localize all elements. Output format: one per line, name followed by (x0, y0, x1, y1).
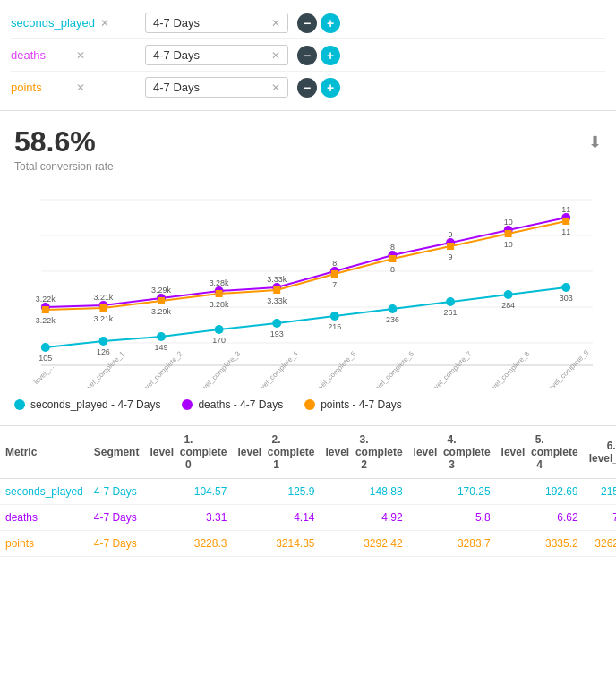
svg-text:215: 215 (328, 322, 341, 331)
row-val-points-4: 3283.7 (408, 531, 496, 557)
legend-item-points: points - 4-7 Days (304, 398, 402, 411)
filter-clear-points[interactable]: ✕ (76, 81, 136, 94)
svg-text:303: 303 (560, 294, 573, 303)
svg-text:261: 261 (444, 308, 458, 317)
filter-range-seconds: 4-7 Days ✕ (145, 13, 288, 33)
row-val-deaths-5: 6.62 (496, 505, 584, 531)
svg-point-8 (215, 325, 224, 334)
row-val-seconds-2: 125.9 (232, 479, 320, 505)
legend-item-deaths: deaths - 4-7 Days (182, 398, 283, 411)
table-row: deaths 4-7 Days 3.31 4.14 4.92 5.8 6.62 … (0, 505, 616, 531)
filter-plus-points[interactable]: + (321, 78, 340, 98)
filter-clear-deaths[interactable]: ✕ (76, 49, 136, 62)
svg-text:3.22k: 3.22k (36, 316, 56, 325)
table-body: seconds_played 4-7 Days 104.57 125.9 148… (0, 479, 616, 557)
filter-plus-deaths[interactable]: + (321, 46, 340, 65)
filter-range-deaths-text: 4-7 Days (153, 48, 200, 62)
svg-text:236: 236 (386, 315, 399, 324)
row-val-seconds-4: 170.25 (408, 479, 496, 505)
svg-text:3.29k: 3.29k (151, 286, 171, 295)
filter-controls-points: − + (297, 78, 340, 98)
filter-range-clear-points[interactable]: ✕ (271, 81, 280, 94)
table-header-row: Metric Segment 1.level_complete0 2.level… (0, 426, 616, 479)
svg-point-9 (272, 319, 281, 328)
row-metric-deaths: deaths (0, 505, 89, 531)
row-val-deaths-2: 4.14 (232, 505, 320, 531)
row-val-points-5: 3335.2 (496, 531, 584, 557)
svg-text:170: 170 (212, 336, 226, 345)
svg-text:3.28k: 3.28k (210, 300, 229, 309)
svg-text:3.21k: 3.21k (93, 293, 113, 302)
svg-text:level_...: level_... (32, 363, 56, 386)
svg-text:105: 105 (38, 354, 52, 363)
legend-item-seconds: seconds_played - 4-7 Days (14, 398, 160, 411)
svg-rect-54 (562, 218, 569, 225)
row-val-deaths-3: 4.92 (321, 505, 408, 531)
chart-svg: 105 126 149 170 193 215 236 261 284 303 … (14, 191, 602, 388)
svg-text:11: 11 (561, 205, 570, 214)
conversion-rate: 58.6% (14, 125, 114, 158)
svg-text:3.29k: 3.29k (151, 307, 171, 316)
svg-text:10.level_complete_9: 10.level_complete_9 (539, 348, 591, 388)
svg-text:8: 8 (332, 259, 337, 268)
filter-section: seconds_played ✕ 4-7 Days ✕ − + deaths ✕… (0, 0, 616, 111)
svg-text:126: 126 (97, 347, 110, 356)
svg-text:3.33k: 3.33k (267, 275, 287, 284)
row-val-points-2: 3214.35 (232, 531, 320, 557)
table-row: seconds_played 4-7 Days 104.57 125.9 148… (0, 479, 616, 505)
download-icon[interactable]: ⬇ (588, 133, 602, 152)
col-header-3: 3.level_complete2 (321, 426, 408, 479)
svg-text:3.28k: 3.28k (210, 278, 229, 287)
svg-text:3.21k: 3.21k (93, 314, 113, 323)
svg-point-5 (41, 343, 50, 352)
filter-label-deaths-text: deaths (11, 48, 71, 62)
row-val-deaths-6: 7.53 (584, 505, 616, 531)
row-segment-deaths: 4-7 Days (89, 505, 145, 531)
filter-range-clear-deaths[interactable]: ✕ (271, 49, 280, 62)
svg-rect-46 (99, 304, 107, 312)
svg-text:3.33k: 3.33k (267, 296, 287, 305)
legend-dot-points (304, 399, 315, 410)
filter-minus-deaths[interactable]: − (297, 46, 317, 65)
filter-range-deaths: 4-7 Days ✕ (145, 45, 288, 65)
filter-minus-seconds[interactable]: − (297, 13, 317, 33)
filter-controls-seconds: − + (297, 13, 340, 33)
svg-rect-45 (42, 306, 49, 313)
filter-label-points-text: points (11, 81, 71, 94)
row-val-seconds-3: 148.88 (321, 479, 408, 505)
svg-text:3.level_complete_2: 3.level_complete_2 (135, 349, 184, 388)
row-val-seconds-1: 104.57 (144, 479, 232, 505)
legend-label-seconds: seconds_played - 4-7 Days (30, 398, 160, 411)
table-row: points 4-7 Days 3228.3 3214.35 3292.42 3… (0, 531, 616, 557)
data-table: Metric Segment 1.level_complete0 2.level… (0, 426, 616, 557)
svg-text:9: 9 (449, 230, 453, 239)
svg-text:8: 8 (390, 243, 395, 252)
filter-clear-seconds[interactable]: ✕ (100, 17, 136, 30)
svg-point-6 (98, 337, 107, 346)
filter-controls-deaths: − + (297, 46, 340, 65)
legend-dot-seconds (14, 399, 25, 410)
filter-plus-seconds[interactable]: + (321, 13, 340, 33)
col-header-segment: Segment (89, 426, 145, 479)
filter-range-clear-seconds[interactable]: ✕ (271, 17, 280, 30)
svg-rect-49 (273, 286, 280, 294)
legend-label-deaths: deaths - 4-7 Days (198, 398, 283, 411)
filter-label-points: points ✕ (11, 81, 136, 94)
row-val-points-6: 3262.55 (584, 531, 616, 557)
row-val-seconds-6: 215.21 (584, 479, 616, 505)
svg-text:8.level_complete_7: 8.level_complete_7 (424, 349, 474, 388)
svg-text:9: 9 (449, 252, 453, 261)
col-header-5: 5.level_complete4 (496, 426, 584, 479)
filter-range-points-text: 4-7 Days (153, 81, 200, 94)
svg-point-13 (504, 290, 513, 299)
col-header-4: 4.level_complete3 (408, 426, 496, 479)
svg-text:10: 10 (504, 218, 513, 227)
row-val-deaths-4: 5.8 (408, 505, 496, 531)
svg-rect-52 (447, 243, 454, 250)
row-val-points-1: 3228.3 (144, 531, 232, 557)
svg-point-10 (330, 312, 339, 321)
row-val-points-3: 3292.42 (321, 531, 408, 557)
svg-text:7: 7 (332, 280, 337, 289)
col-header-1: 1.level_complete0 (144, 426, 232, 479)
filter-minus-points[interactable]: − (297, 78, 317, 98)
